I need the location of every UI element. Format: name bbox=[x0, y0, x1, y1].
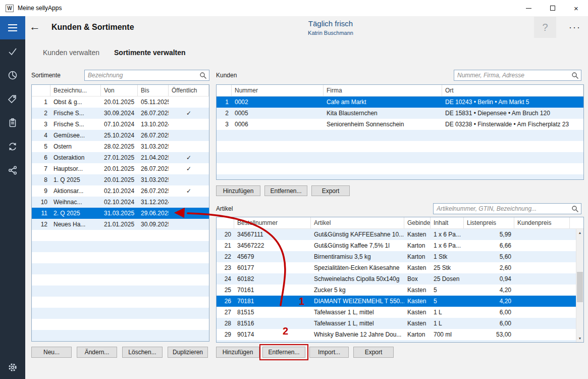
column-header-oeffentlich[interactable]: Öffentlich bbox=[169, 85, 209, 96]
kunden-row[interactable]: 1 0002 Cafe am Markt DE 10243 • Berlin •… bbox=[217, 97, 583, 108]
hamburger-menu-button[interactable] bbox=[0, 16, 25, 39]
cell-rownum: 21 bbox=[217, 240, 234, 251]
kunden-row[interactable]: 3 0006 Seniorenheim Sonnenschein DE 0323… bbox=[217, 119, 583, 130]
back-button[interactable]: ← bbox=[29, 20, 40, 33]
cell-nummer: 0005 bbox=[232, 108, 324, 119]
sidebar-item-settings[interactable] bbox=[0, 355, 25, 379]
sidebar-item-tasks[interactable] bbox=[0, 39, 25, 63]
column-header-bestellnummer[interactable]: Bestellnummer bbox=[234, 217, 311, 228]
kunden-export-button[interactable]: Export bbox=[311, 185, 350, 196]
search-icon[interactable] bbox=[199, 72, 207, 79]
artikel-row[interactable]: 20 34567111 Gut&Günstig KAFFEEsahne 10..… bbox=[217, 229, 583, 240]
search-icon[interactable] bbox=[571, 72, 579, 79]
maximize-button[interactable] bbox=[541, 0, 564, 16]
column-header-bis[interactable]: Bis bbox=[138, 85, 169, 96]
column-header-gebinde[interactable]: Gebinde bbox=[404, 217, 431, 228]
column-header-firma[interactable]: Firma bbox=[324, 85, 442, 96]
sortimente-row[interactable]: 6 Osteraktion 27.01.2025 21.04.2025 ✓ bbox=[32, 152, 209, 163]
column-header-bezeichnung[interactable]: Bezeichnu... bbox=[50, 85, 101, 96]
sortimente-row[interactable]: 10 Weihnac... 02.10.2024 31.12.2024 bbox=[32, 197, 209, 208]
sidebar-item-sortimente[interactable] bbox=[0, 87, 25, 111]
scroll-up-icon[interactable]: ▲ bbox=[576, 229, 583, 236]
artikel-search-input[interactable] bbox=[434, 204, 581, 214]
sortimente-row[interactable]: 12 Neues Ha... 21.01.2025 30.09.2025 bbox=[32, 219, 209, 230]
sortimente-row[interactable]: 9 Aktionsar... 02.10.2024 26.07.2025 ✓ bbox=[32, 185, 209, 197]
artikel-row[interactable]: 23 60177 Spezialitäten-Ecken Käsesahne K… bbox=[217, 262, 583, 273]
tab-sortimente-verwalten[interactable]: Sortimente verwalten bbox=[114, 49, 186, 57]
sidebar-item-share[interactable] bbox=[0, 158, 25, 182]
cell-rownum: 12 bbox=[32, 219, 50, 230]
sortimente-row[interactable]: 1 Obst & g... 20.01.2025 05.11.2025 bbox=[32, 97, 209, 108]
scrollbar-thumb[interactable] bbox=[577, 272, 583, 302]
sortimente-row[interactable]: 8 1. Q 2025 20.01.2025 31.03.2025 bbox=[32, 174, 209, 185]
artikel-row[interactable]: 26 70181 DIAMANT WEIZENMEHL T 550... Kas… bbox=[217, 296, 583, 307]
clipboard-icon bbox=[8, 118, 18, 128]
artikel-row[interactable]: 21 34567222 Gut&Günstig Kaffee 7,5% 1l K… bbox=[217, 240, 583, 251]
cell-kundenpreis bbox=[514, 307, 570, 318]
artikel-row[interactable]: 29 90174 Whisky Balvenie 12 Jahre Dou...… bbox=[217, 329, 583, 340]
artikel-row[interactable]: 28 81516 Tafelwasser 1 L, mittel Kasten … bbox=[217, 318, 583, 329]
artikel-hinzufuegen-button[interactable]: Hinzufügen bbox=[216, 347, 259, 358]
kunden-row[interactable]: 2 0005 Kita Blausternchen DE 15831 • Die… bbox=[217, 108, 583, 119]
help-button[interactable]: ? bbox=[534, 17, 556, 38]
aendern-button[interactable]: Ändern... bbox=[77, 347, 117, 358]
minimize-button[interactable] bbox=[517, 0, 541, 16]
sortimente-row[interactable]: 2 Frische S... 30.09.2024 26.07.2025 ✓ bbox=[32, 108, 209, 119]
artikel-table-filler bbox=[217, 340, 583, 342]
cell-kundenpreis bbox=[514, 251, 570, 262]
artikel-row[interactable]: 22 45679 Birnentiramisu 3,5 kg Karton 1 … bbox=[217, 251, 583, 262]
cell-rownum: 28 bbox=[217, 318, 234, 329]
column-header-nummer[interactable]: Nummer bbox=[232, 85, 324, 96]
column-header-rownum[interactable] bbox=[217, 85, 232, 96]
column-header-listenpreis[interactable]: Listenpreis bbox=[464, 217, 514, 228]
cell-von: 30.09.2024 bbox=[101, 108, 138, 119]
kunden-search-input[interactable] bbox=[454, 70, 581, 80]
column-header-von[interactable]: Von bbox=[101, 85, 138, 96]
sortimente-row[interactable]: 4 Gemüsee... 25.10.2024 26.07.2025 bbox=[32, 130, 209, 141]
scroll-down-icon[interactable]: ▼ bbox=[576, 335, 583, 342]
kunden-entfernen-button[interactable]: Entfernen... bbox=[264, 185, 307, 196]
cell-kundenpreis bbox=[514, 329, 570, 340]
artikel-import-button[interactable]: Import... bbox=[309, 347, 349, 358]
cell-bis: 30.09.2025 bbox=[138, 219, 169, 230]
search-icon[interactable] bbox=[571, 205, 579, 213]
cell-ort: DE 15831 • Diepensee • Am Bruch 120 bbox=[442, 108, 583, 119]
kunden-hinzufuegen-button[interactable]: Hinzufügen bbox=[216, 185, 260, 196]
column-header-rownum[interactable] bbox=[32, 85, 50, 96]
artikel-entfernen-button[interactable]: Entfernen... bbox=[262, 347, 305, 358]
sidebar-item-orders[interactable] bbox=[0, 111, 25, 134]
close-button[interactable]: × bbox=[564, 0, 588, 16]
column-header-artikel[interactable]: Artikel bbox=[311, 217, 404, 228]
cell-inhalt: 1 x 6 Pa... bbox=[431, 240, 464, 251]
cell-bezeichnung: Obst & g... bbox=[50, 97, 101, 108]
sortimente-row[interactable]: 11 2. Q 2025 31.03.2025 29.06.2025 bbox=[32, 208, 209, 219]
column-header-inhalt[interactable]: Inhalt bbox=[431, 217, 464, 228]
sortimente-row[interactable]: 5 Ostern 28.02.2025 31.03.2025 bbox=[32, 141, 209, 152]
share-icon bbox=[8, 165, 18, 175]
sortimente-search-input[interactable] bbox=[85, 70, 209, 80]
cell-artikel: Gut&Günstig KAFFEEsahne 10... bbox=[311, 229, 404, 240]
sortimente-row[interactable]: 7 Hauptsor... 20.01.2025 26.07.2025 ✓ bbox=[32, 163, 209, 174]
neu-button[interactable]: Neu... bbox=[31, 347, 72, 358]
cell-listenpreis: 0,94 bbox=[464, 273, 514, 285]
artikel-row[interactable]: 27 81515 Tafelwasser 1 L, mittel Kasten … bbox=[217, 307, 583, 318]
column-header-rownum[interactable] bbox=[217, 217, 234, 228]
sidebar-item-sync[interactable] bbox=[0, 134, 25, 158]
loeschen-button[interactable]: Löschen... bbox=[122, 347, 163, 358]
column-header-ort[interactable]: Ort bbox=[442, 85, 583, 96]
cell-gebinde: Kasten bbox=[404, 296, 431, 307]
duplizieren-button[interactable]: Duplizieren bbox=[168, 347, 208, 358]
sortimente-row[interactable]: 3 Frische S... 07.10.2024 13.10.2024 bbox=[32, 119, 209, 130]
column-header-kundenpreis[interactable]: Kundenpreis bbox=[514, 217, 570, 228]
artikel-row[interactable]: 25 70161 Zucker 5 kg Kasten 5 4,20 bbox=[217, 285, 583, 296]
artikel-scrollbar[interactable]: ▲ ▼ bbox=[576, 229, 583, 342]
cell-inhalt: 5 bbox=[431, 296, 464, 307]
artikel-export-button[interactable]: Export bbox=[353, 347, 394, 358]
cell-bezeichnung: 2. Q 2025 bbox=[50, 208, 101, 219]
artikel-row[interactable]: 24 60182 Schweinelachs Cipolla 50x140g B… bbox=[217, 273, 583, 285]
more-button[interactable]: ··· bbox=[564, 17, 586, 38]
tab-kunden-verwalten[interactable]: Kunden verwalten bbox=[43, 49, 99, 57]
kunden-table: Nummer Firma Ort 1 0002 Cafe am Markt DE… bbox=[216, 84, 584, 180]
sidebar-item-reports[interactable] bbox=[0, 63, 25, 87]
cell-von: 20.01.2025 bbox=[101, 97, 138, 108]
